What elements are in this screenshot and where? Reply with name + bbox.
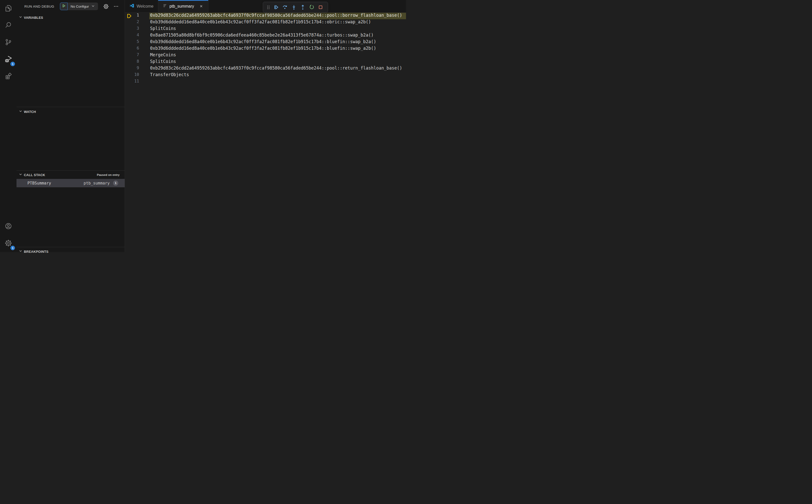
line-number[interactable]: 6 [125,46,139,52]
step-out-button[interactable] [298,3,307,11]
step-into-button[interactable] [289,3,298,11]
code-line[interactable]: 5 0xb39d6dddedd16ed8a40ce0b1e6b43c92acf0… [125,39,406,46]
code-line[interactable]: 10 TransferObjects [125,72,406,79]
run-debug-badge: 1 [10,62,15,66]
line-text: TransferObjects [149,72,406,79]
code-line[interactable]: 8 SplitCoins [125,59,406,65]
close-tab-icon[interactable] [199,4,204,9]
settings-badge: 1 [10,246,15,250]
active-tab-indicator [158,0,208,1]
toolbar-drag-handle[interactable] [265,3,272,11]
line-number[interactable]: 10 [125,72,139,79]
continue-button[interactable] [272,3,280,11]
tab-welcome[interactable]: Welcome [125,0,158,12]
frame-count-badge: 1 [113,180,118,186]
list-file-icon [163,4,167,9]
code-line[interactable]: 4 0x8ae871505a80d8bf6bf9c05906cda6edfeea… [125,32,406,39]
restart-button[interactable] [307,3,316,11]
stop-button[interactable] [316,3,325,11]
section-header-call-stack[interactable]: CALL STACK Paused on entry [16,172,125,178]
line-text: 0x8ae871505a80d8bf6bf9c05906cda6edfeea46… [149,32,406,39]
search-icon [5,21,12,30]
activity-item-search[interactable] [0,17,16,34]
launch-control: No Configur [60,3,98,10]
line-text: SplitCoins [149,59,406,65]
section-divider [16,170,125,171]
account-icon [5,222,12,231]
code-line[interactable]: 9 0xb29d83c26cdd2a64959263abbcfc4a6937f0… [125,65,406,72]
code-editor[interactable]: 1 0xb29d83c26cdd2a64959263abbcfc4a6937f0… [125,13,406,85]
line-number[interactable]: 9 [125,65,139,72]
sidebar-title: RUN AND DEBUG [24,5,54,8]
line-number[interactable]: 5 [125,39,139,46]
section-label: BREAKPOINTS [24,250,48,252]
line-number[interactable]: 3 [125,26,139,32]
tab-label: Welcome [137,4,153,9]
line-text: 0xb39d6dddedd16ed8a40ce0b1e6b43c92acf0ff… [149,39,406,46]
chevron-down-icon [19,15,23,20]
chevron-down-icon [19,109,23,114]
extensions-icon [5,72,12,81]
call-stack-status: Paused on entry [97,173,125,176]
tab-label: ptb_summary [169,4,194,9]
activity-item-extensions[interactable] [0,68,16,85]
code-line[interactable]: 6 0xb39d6dddedd16ed8a40ce0b1e6b43c92acf0… [125,46,406,52]
tab-ptb-summary[interactable]: ptb_summary [158,0,208,12]
line-text [149,79,406,85]
activity-item-run-and-debug[interactable]: 1 [0,51,16,68]
section-label: VARIABLES [24,16,43,20]
line-number[interactable]: 2 [125,19,139,26]
line-number[interactable]: 7 [125,52,139,59]
debug-current-line-marker-icon [126,13,132,20]
section-label: CALL STACK [24,173,45,177]
debug-config-dropdown[interactable]: No Configur [68,3,98,10]
chevron-down-icon [91,4,95,9]
gear-icon [103,6,109,10]
activity-item-source-control[interactable] [0,34,16,51]
line-text: 0xb29d83c26cdd2a64959263abbcfc4a6937f0c9… [149,65,406,72]
start-debug-button[interactable] [60,3,68,10]
call-stack-frame-row[interactable]: PTBSummary ptb_summary 1 [16,179,125,187]
chevron-down-icon [19,249,23,252]
source-control-icon [5,38,12,47]
line-text: MergeCoins [149,52,406,59]
activity-item-explorer[interactable] [0,0,16,17]
frame-name: PTBSummary [27,181,51,186]
section-header-breakpoints[interactable]: BREAKPOINTS [16,248,125,252]
line-text: 0xb39d6dddedd16ed8a40ce0b1e6b43c92acf0ff… [149,46,406,52]
step-over-button[interactable] [280,3,289,11]
line-text: SplitCoins [149,26,406,32]
chevron-down-icon [19,172,23,177]
code-line[interactable]: 3 SplitCoins [125,26,406,32]
section-divider [16,247,125,247]
activity-bar: 1 [0,0,16,252]
code-line[interactable]: 1 0xb29d83c26cdd2a64959263abbcfc4a6937f0… [125,13,406,19]
line-number[interactable]: 8 [125,59,139,65]
activity-item-settings[interactable]: 1 [0,235,16,252]
views-more-actions-button[interactable] [113,4,119,10]
code-line[interactable]: 11 [125,79,406,85]
frame-source: ptb_summary [84,181,110,186]
section-label: WATCH [24,110,36,114]
run-and-debug-sidebar: RUN AND DEBUG No Configur [16,0,125,252]
section-header-variables[interactable]: VARIABLES [16,14,125,21]
activity-item-account[interactable] [0,218,16,235]
open-launch-json-button[interactable] [103,4,109,10]
files-icon [5,4,12,13]
play-icon [61,4,66,9]
code-line[interactable]: 7 MergeCoins [125,52,406,59]
line-text: 0xb29d83c26cdd2a64959263abbcfc4a6937f0c9… [149,13,406,19]
line-number[interactable]: 11 [125,79,139,85]
code-line[interactable]: 2 0xb39d6dddedd16ed8a40ce0b1e6b43c92acf0… [125,19,406,26]
section-header-watch[interactable]: WATCH [16,108,125,115]
vscode-logo-icon [129,3,134,9]
more-actions-icon [113,6,119,10]
line-number[interactable]: 4 [125,32,139,39]
debug-config-label: No Configur [71,5,89,8]
editor-group: Welcome ptb_summary [125,0,406,252]
line-text: 0xb39d6dddedd16ed8a40ce0b1e6b43c92acf0ff… [149,19,406,26]
debug-toolbar [263,2,328,13]
